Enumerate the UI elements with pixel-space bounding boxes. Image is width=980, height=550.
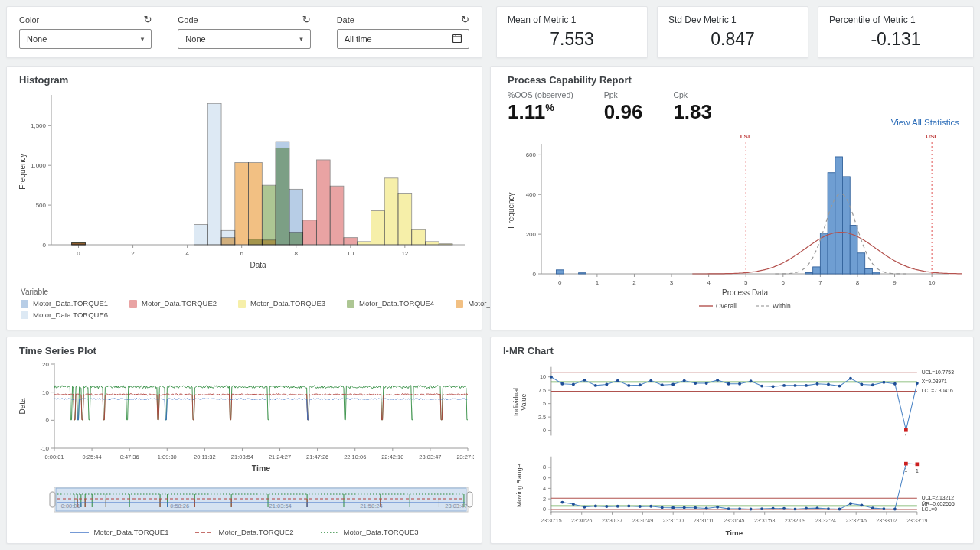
svg-text:200: 200 bbox=[526, 231, 537, 238]
svg-text:23:32:09: 23:32:09 bbox=[785, 518, 805, 523]
svg-text:0: 0 bbox=[77, 250, 80, 257]
metric-value: 7.553 bbox=[508, 29, 636, 50]
svg-text:23:32:24: 23:32:24 bbox=[815, 518, 836, 523]
svg-text:X̄=9.03971: X̄=9.03971 bbox=[922, 379, 947, 384]
capability-stats: %OOS (observed) 1.11% Ppk 0.96 Cpk 1.83 … bbox=[508, 90, 961, 132]
svg-text:Frequency: Frequency bbox=[18, 153, 27, 189]
svg-text:10: 10 bbox=[929, 279, 936, 286]
histogram-panel: Histogram 05001,0001,500024681012DataFre… bbox=[6, 66, 482, 330]
date-range-input[interactable]: All time bbox=[337, 29, 469, 49]
svg-text:1: 1 bbox=[916, 468, 919, 474]
panel-title: Histogram bbox=[19, 74, 474, 86]
metric-card-percentile: Percentile of Metric 1 -0.131 bbox=[818, 6, 974, 58]
code-dropdown[interactable]: None ▾ bbox=[178, 29, 310, 49]
svg-text:Data: Data bbox=[18, 398, 27, 415]
svg-text:23:30:37: 23:30:37 bbox=[602, 518, 622, 523]
svg-text:8: 8 bbox=[295, 250, 299, 257]
legend-item: Motor_Data.TORQUE6 bbox=[21, 311, 108, 319]
svg-text:400: 400 bbox=[526, 191, 537, 198]
svg-text:0:58:26: 0:58:26 bbox=[170, 503, 189, 509]
svg-text:23:30:15: 23:30:15 bbox=[541, 518, 561, 523]
svg-text:4: 4 bbox=[185, 250, 189, 257]
svg-text:23:27:39: 23:27:39 bbox=[456, 454, 474, 461]
timeseries-chart: -10010200:00:010:25:440:47:361:09:3020:1… bbox=[15, 358, 474, 474]
svg-text:21:58:24: 21:58:24 bbox=[360, 503, 382, 509]
svg-text:23:03:47: 23:03:47 bbox=[419, 454, 441, 461]
legend-swatch bbox=[456, 300, 463, 308]
svg-text:LCL=7.30416: LCL=7.30416 bbox=[922, 388, 953, 393]
svg-text:4: 4 bbox=[707, 279, 710, 286]
svg-text:23:31:11: 23:31:11 bbox=[694, 518, 714, 523]
svg-text:7.5: 7.5 bbox=[538, 387, 546, 394]
svg-text:LSL: LSL bbox=[740, 133, 752, 140]
metric-value: 0.847 bbox=[668, 29, 797, 50]
svg-text:1,500: 1,500 bbox=[31, 122, 47, 129]
filter-date-label: Date bbox=[337, 15, 354, 24]
metric-label: Std Dev Metric 1 bbox=[668, 15, 797, 25]
time-range-selector[interactable]: 0:00:010:58:2621:03:5421:58:2423:03:47 bbox=[15, 483, 474, 520]
svg-text:9: 9 bbox=[893, 279, 897, 286]
svg-text:12: 12 bbox=[401, 250, 408, 257]
svg-text:5: 5 bbox=[543, 400, 546, 407]
histogram-chart: 05001,0001,500024681012DataFrequency bbox=[15, 87, 474, 280]
svg-text:0:00:01: 0:00:01 bbox=[44, 454, 64, 461]
svg-text:8: 8 bbox=[543, 464, 546, 470]
refresh-icon[interactable]: ↻ bbox=[143, 15, 152, 24]
refresh-icon[interactable]: ↻ bbox=[302, 15, 311, 24]
legend-item: Motor_Data.TORQUE1 bbox=[21, 299, 108, 308]
svg-text:2: 2 bbox=[131, 250, 135, 257]
svg-text:LCL=0: LCL=0 bbox=[922, 506, 937, 512]
svg-text:0: 0 bbox=[43, 242, 47, 249]
filter-date: Date ↻ All time bbox=[337, 15, 469, 50]
svg-text:2: 2 bbox=[543, 496, 546, 503]
svg-text:23:33:19: 23:33:19 bbox=[906, 518, 927, 523]
svg-text:UCL=10.7753: UCL=10.7753 bbox=[922, 369, 954, 375]
timeseries-legend: Motor_Data.TORQUE1Motor_Data.TORQUE2Moto… bbox=[15, 528, 474, 536]
filter-bar: Color ↻ None ▾ Code ↻ None ▾ Date ↻ All … bbox=[6, 6, 482, 58]
capability-chart: 0200400600012345678910Process DataFreque… bbox=[503, 132, 962, 315]
legend-swatch bbox=[238, 300, 246, 308]
svg-text:3: 3 bbox=[670, 279, 674, 286]
svg-text:USL: USL bbox=[926, 133, 938, 140]
svg-text:22:42:10: 22:42:10 bbox=[381, 454, 403, 461]
metric-label: Mean of Metric 1 bbox=[508, 15, 636, 25]
legend-item: Motor_Data.TORQUE2 bbox=[129, 299, 217, 308]
svg-text:6: 6 bbox=[782, 279, 786, 286]
view-all-statistics-link[interactable]: View All Statistics bbox=[891, 118, 959, 127]
svg-text:21:47:26: 21:47:26 bbox=[306, 454, 328, 461]
metric-card-stddev: Std Dev Metric 1 0.847 bbox=[657, 6, 808, 58]
svg-text:23:03:47: 23:03:47 bbox=[445, 503, 467, 509]
svg-text:23:31:58: 23:31:58 bbox=[754, 518, 775, 523]
stat-ppk: Ppk 0.96 bbox=[604, 90, 643, 132]
svg-text:6: 6 bbox=[240, 250, 243, 257]
svg-text:21:03:54: 21:03:54 bbox=[270, 503, 292, 509]
filter-color-label: Color bbox=[19, 15, 39, 24]
legend-swatch bbox=[21, 300, 28, 308]
color-dropdown[interactable]: None ▾ bbox=[19, 29, 152, 49]
svg-text:500: 500 bbox=[36, 202, 47, 209]
svg-text:0: 0 bbox=[533, 271, 537, 278]
svg-text:10: 10 bbox=[347, 250, 354, 257]
legend-swatch bbox=[347, 300, 354, 308]
svg-text:Moving Range: Moving Range bbox=[515, 464, 523, 507]
svg-text:1: 1 bbox=[596, 279, 599, 286]
panel-title: Process Capability Report bbox=[508, 74, 961, 86]
svg-text:0: 0 bbox=[46, 417, 50, 424]
legend-item: Motor_Data.TORQUE3 bbox=[320, 528, 419, 536]
svg-text:22:10:06: 22:10:06 bbox=[344, 454, 366, 461]
panel-title: I-MR Chart bbox=[503, 345, 965, 356]
legend-item: Motor_Data.TORQUE2 bbox=[194, 528, 293, 536]
stat-cpk: Cpk 1.83 bbox=[673, 90, 712, 132]
svg-text:8: 8 bbox=[856, 279, 860, 286]
color-dropdown-value: None bbox=[27, 34, 47, 44]
svg-text:21:03:54: 21:03:54 bbox=[231, 454, 253, 461]
svg-text:600: 600 bbox=[526, 151, 537, 158]
chevron-down-icon: ▾ bbox=[141, 35, 145, 43]
svg-text:4: 4 bbox=[543, 485, 546, 492]
svg-text:23:30:26: 23:30:26 bbox=[571, 518, 592, 523]
code-dropdown-value: None bbox=[185, 34, 205, 44]
svg-text:UCL=2.13212: UCL=2.13212 bbox=[922, 495, 954, 500]
stat-oos: %OOS (observed) 1.11% bbox=[508, 90, 573, 132]
filter-color: Color ↻ None ▾ bbox=[19, 15, 152, 50]
refresh-icon[interactable]: ↻ bbox=[461, 15, 469, 24]
